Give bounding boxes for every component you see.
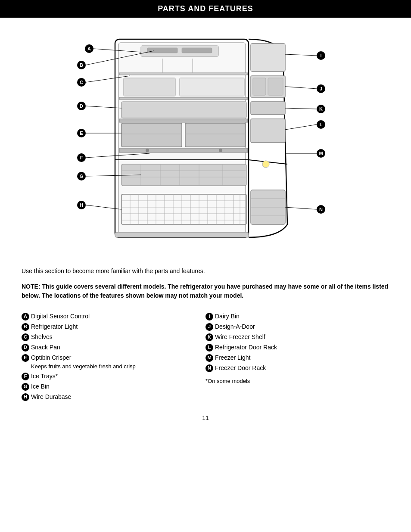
page-number: 11 bbox=[0, 414, 411, 421]
part-label: Refrigerator Door Rack bbox=[215, 343, 277, 352]
svg-line-84 bbox=[86, 205, 121, 209]
svg-text:H: H bbox=[80, 202, 83, 208]
part-item: LRefrigerator Door Rack bbox=[206, 343, 389, 352]
part-label: Design-A-Door bbox=[215, 323, 255, 331]
svg-rect-12 bbox=[180, 78, 244, 96]
part-badge: N bbox=[206, 364, 213, 372]
parts-grid: ADigital Sensor ControlBRefrigerator Lig… bbox=[0, 312, 411, 401]
intro-text: Use this section to become more familiar… bbox=[0, 268, 411, 274]
svg-text:A: A bbox=[87, 46, 91, 51]
part-item: HWire Durabase bbox=[22, 393, 206, 401]
footnote: *On some models bbox=[206, 374, 389, 384]
left-parts-column: ADigital Sensor ControlBRefrigerator Lig… bbox=[22, 312, 206, 401]
part-badge: C bbox=[22, 333, 29, 341]
svg-rect-14 bbox=[121, 102, 246, 118]
svg-text:L: L bbox=[320, 122, 323, 127]
svg-text:N: N bbox=[319, 207, 323, 212]
part-badge: G bbox=[22, 383, 29, 391]
part-badge: K bbox=[206, 333, 213, 341]
part-badge: L bbox=[206, 344, 213, 352]
part-label: Optibin Crisper bbox=[31, 354, 71, 362]
part-label: Ice Trays* bbox=[31, 372, 58, 381]
part-label: Snack Pan bbox=[31, 343, 60, 352]
part-badge: F bbox=[22, 373, 29, 380]
svg-point-20 bbox=[146, 149, 149, 152]
note-text: NOTE: This guide covers several differen… bbox=[0, 282, 411, 300]
svg-point-21 bbox=[219, 149, 222, 152]
svg-text:M: M bbox=[319, 151, 323, 156]
svg-rect-11 bbox=[124, 78, 175, 96]
part-label: Ice Bin bbox=[31, 383, 50, 391]
svg-line-72 bbox=[86, 106, 121, 108]
part-sublabel: Keeps fruits and vegetable fresh and cri… bbox=[22, 363, 206, 370]
svg-line-102 bbox=[285, 207, 317, 209]
part-item: EOptibin Crisper bbox=[22, 354, 206, 362]
svg-point-55 bbox=[262, 161, 269, 168]
part-label: Dairy Bin bbox=[215, 312, 240, 321]
part-label: Digital Sensor Control bbox=[31, 312, 90, 321]
svg-rect-16 bbox=[185, 123, 246, 147]
svg-text:F: F bbox=[80, 155, 83, 160]
part-label: Refrigerator Light bbox=[31, 323, 78, 331]
part-item: NFreezer Door Rack bbox=[206, 364, 389, 373]
part-badge: M bbox=[206, 354, 213, 362]
svg-line-87 bbox=[285, 54, 317, 56]
part-item: CShelves bbox=[22, 333, 206, 342]
svg-text:B: B bbox=[80, 62, 83, 68]
fridge-diagram: A B C D E F G H I bbox=[55, 26, 356, 255]
page-header: PARTS AND FEATURES bbox=[0, 0, 411, 18]
part-item: ADigital Sensor Control bbox=[22, 312, 206, 321]
svg-rect-60 bbox=[115, 232, 249, 237]
part-item: BRefrigerator Light bbox=[22, 323, 206, 331]
svg-text:D: D bbox=[80, 103, 83, 109]
right-parts-column: IDairy BinJDesign-A-DoorKWire Freezer Sh… bbox=[206, 312, 389, 401]
svg-line-96 bbox=[285, 124, 317, 130]
part-badge: B bbox=[22, 323, 29, 331]
svg-rect-51 bbox=[253, 78, 266, 95]
part-badge: D bbox=[22, 344, 29, 352]
svg-rect-52 bbox=[268, 78, 283, 95]
svg-rect-49 bbox=[251, 44, 285, 72]
svg-text:G: G bbox=[80, 174, 84, 179]
part-label: Freezer Light bbox=[215, 354, 250, 362]
svg-rect-10 bbox=[119, 97, 248, 100]
svg-rect-5 bbox=[147, 48, 177, 53]
part-badge: J bbox=[206, 323, 213, 331]
part-item: IDairy Bin bbox=[206, 312, 389, 321]
svg-text:I: I bbox=[320, 53, 321, 58]
svg-rect-19 bbox=[119, 148, 248, 152]
part-label: Freezer Door Rack bbox=[215, 364, 266, 373]
svg-line-90 bbox=[285, 87, 317, 89]
part-badge: H bbox=[22, 393, 29, 401]
diagram-area: A B C D E F G H I bbox=[55, 26, 356, 255]
part-label: Wire Freezer Shelf bbox=[215, 333, 265, 342]
svg-text:E: E bbox=[80, 131, 83, 136]
part-item: FIce Trays* bbox=[22, 372, 206, 381]
svg-text:K: K bbox=[319, 106, 323, 112]
svg-rect-6 bbox=[182, 48, 212, 53]
svg-text:C: C bbox=[80, 80, 83, 85]
part-badge: A bbox=[22, 313, 29, 320]
part-item: GIce Bin bbox=[22, 383, 206, 391]
part-item: JDesign-A-Door bbox=[206, 323, 389, 331]
svg-rect-54 bbox=[251, 119, 285, 143]
svg-rect-7 bbox=[119, 73, 248, 75]
part-item: MFreezer Light bbox=[206, 354, 389, 362]
svg-rect-15 bbox=[121, 123, 182, 147]
part-label: Shelves bbox=[31, 333, 53, 342]
part-badge: I bbox=[206, 313, 213, 320]
part-badge: E bbox=[22, 354, 29, 362]
svg-text:J: J bbox=[320, 86, 322, 91]
svg-rect-13 bbox=[119, 119, 248, 122]
svg-rect-53 bbox=[251, 102, 285, 115]
part-label: Wire Durabase bbox=[31, 393, 71, 401]
part-item: DSnack Pan bbox=[22, 343, 206, 352]
svg-line-93 bbox=[285, 108, 317, 109]
part-item: KWire Freezer Shelf bbox=[206, 333, 389, 342]
